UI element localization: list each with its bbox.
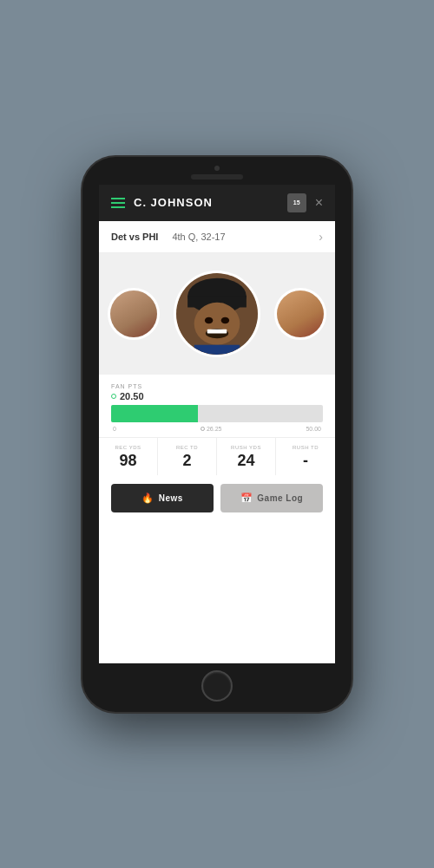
stat-rush-td-value: - bbox=[281, 453, 330, 468]
chevron-right-icon: › bbox=[319, 230, 323, 244]
stat-rec-yds: REC YDS 98 bbox=[99, 438, 158, 475]
stat-rush-yds-label: RUSH YDS bbox=[222, 445, 270, 450]
mid-dot-icon bbox=[201, 427, 205, 431]
gamelog-button-label: Game Log bbox=[257, 493, 303, 503]
pts-dot bbox=[111, 394, 116, 399]
stat-rec-yds-label: REC YDS bbox=[104, 445, 152, 450]
pts-value-row: 20.50 bbox=[111, 391, 323, 401]
phone-bottom bbox=[82, 663, 352, 712]
player-name: C. JOHNSON bbox=[134, 196, 213, 209]
pts-current-value: 20.50 bbox=[120, 391, 144, 401]
svg-rect-9 bbox=[194, 344, 240, 356]
bar-labels: 0 26.25 50.00 bbox=[111, 426, 323, 432]
bar-min: 0 bbox=[113, 426, 116, 432]
bar-projected: 26.25 bbox=[201, 426, 222, 432]
camera-icon bbox=[214, 166, 220, 171]
avatar-left[interactable] bbox=[108, 288, 160, 340]
home-button[interactable] bbox=[201, 670, 233, 702]
player-right-image bbox=[277, 290, 324, 337]
phone-screen: C. JOHNSON 15 × Det vs PHI 4th Q, 32-17 … bbox=[99, 185, 335, 663]
hamburger-icon[interactable] bbox=[111, 198, 125, 208]
gamelog-button[interactable]: 📅 Game Log bbox=[220, 484, 323, 512]
news-button[interactable]: 🔥 News bbox=[111, 484, 214, 512]
game-teams: Det vs PHI bbox=[111, 232, 158, 242]
player-main-image bbox=[176, 273, 258, 355]
app-header: C. JOHNSON 15 × bbox=[99, 185, 335, 221]
stat-rec-yds-value: 98 bbox=[104, 453, 152, 468]
stat-rec-td-value: 2 bbox=[163, 453, 211, 468]
player-carousel bbox=[99, 253, 335, 375]
app-content: Det vs PHI 4th Q, 32-17 › bbox=[99, 221, 335, 663]
stats-grid: REC YDS 98 REC TD 2 RUSH YDS 24 RUSH TD … bbox=[99, 437, 335, 475]
stats-section: FAN PTS 20.50 0 26.25 50.00 bbox=[99, 375, 335, 437]
svg-point-4 bbox=[194, 302, 240, 344]
stat-rec-td-label: REC TD bbox=[163, 445, 211, 450]
phone-top bbox=[82, 157, 352, 185]
news-button-label: News bbox=[159, 493, 183, 503]
close-icon[interactable]: × bbox=[315, 196, 323, 210]
stat-rush-yds: RUSH YDS 24 bbox=[217, 438, 276, 475]
stat-rush-td: RUSH TD - bbox=[276, 438, 335, 475]
fire-icon: 🔥 bbox=[141, 493, 155, 504]
bar-max: 50.00 bbox=[306, 426, 321, 432]
calendar-number: 15 bbox=[293, 199, 300, 206]
svg-point-7 bbox=[205, 317, 213, 323]
svg-point-8 bbox=[221, 317, 229, 323]
stat-rush-td-label: RUSH TD bbox=[281, 445, 330, 450]
fan-pts-label: FAN PTS bbox=[111, 383, 323, 389]
game-info: Det vs PHI 4th Q, 32-17 bbox=[111, 232, 226, 242]
projected-value: 26.25 bbox=[207, 426, 222, 432]
progress-bar bbox=[111, 405, 323, 422]
calendar-button[interactable]: 15 bbox=[287, 193, 306, 212]
stat-rec-td: REC TD 2 bbox=[158, 438, 217, 475]
header-right: 15 × bbox=[287, 193, 323, 212]
game-bar[interactable]: Det vs PHI 4th Q, 32-17 › bbox=[99, 221, 335, 253]
avatar-right[interactable] bbox=[274, 288, 326, 340]
calendar-icon: 📅 bbox=[240, 493, 253, 504]
player-left-image bbox=[110, 290, 157, 337]
progress-fill bbox=[111, 405, 198, 422]
header-left: C. JOHNSON bbox=[111, 196, 213, 209]
svg-rect-6 bbox=[207, 329, 227, 333]
action-buttons: 🔥 News 📅 Game Log bbox=[99, 475, 335, 525]
speaker-grille bbox=[191, 174, 243, 179]
game-score: 4th Q, 32-17 bbox=[172, 232, 225, 242]
phone-shell: C. JOHNSON 15 × Det vs PHI 4th Q, 32-17 … bbox=[82, 157, 352, 712]
stat-rush-yds-value: 24 bbox=[222, 453, 270, 468]
avatar-main[interactable] bbox=[174, 271, 260, 357]
